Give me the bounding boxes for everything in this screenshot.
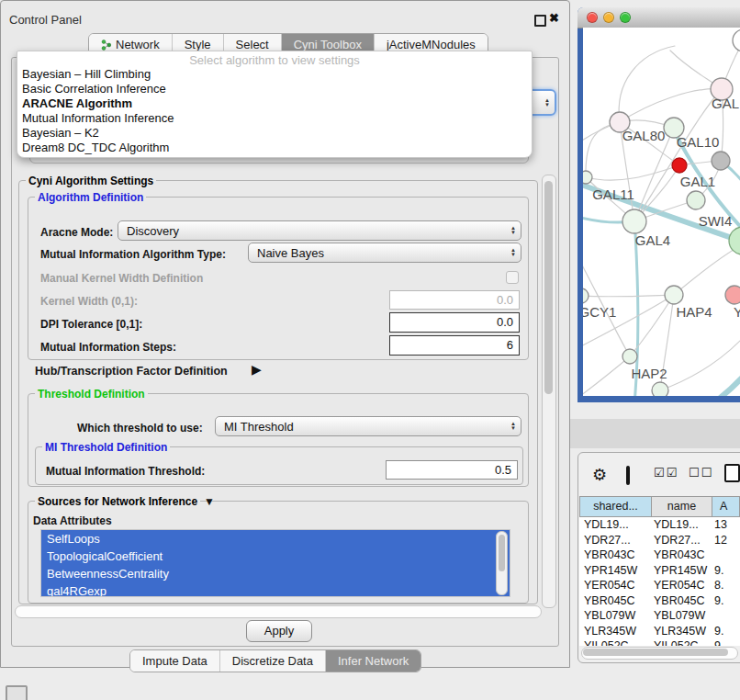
bottom-tab-infer-network[interactable]: Infer Network	[325, 650, 420, 672]
table-hscrollbar-thumb[interactable]	[583, 649, 728, 656]
gear-icon[interactable]: ⚙	[592, 465, 607, 485]
table-cell: YDR27...	[579, 533, 652, 548]
hub-expand-arrow-icon[interactable]: ▶	[252, 362, 262, 377]
table-row[interactable]: YLR345WYLR345W9.	[579, 624, 740, 639]
settings-scrollbar[interactable]	[542, 175, 556, 608]
table-row[interactable]: YPR145WYPR145W9.	[579, 563, 740, 579]
network-node[interactable]	[622, 349, 637, 364]
apply-button[interactable]: Apply	[246, 620, 312, 642]
network-node[interactable]	[725, 286, 740, 304]
deselect-all-checkboxes-icon[interactable]: ☐☐	[689, 466, 713, 480]
aracne-mode-value: Discovery	[127, 224, 179, 238]
algorithm-option[interactable]: ARACNE Algorithm	[17, 96, 532, 111]
data-attribute-item[interactable]: BetweennessCentrality	[41, 565, 510, 582]
table-cell: YBL079W	[652, 608, 712, 624]
node-label: HAP2	[631, 366, 667, 381]
algorithm-option[interactable]: Basic Correlation Inference	[17, 82, 532, 96]
table-row[interactable]: YDL19...YDL19...13	[579, 517, 740, 533]
settings-hscrollbar[interactable]	[15, 605, 542, 618]
table-row[interactable]: YER054CYER054C8.	[579, 578, 740, 593]
tab-label: Impute Data	[142, 650, 207, 672]
attributes-scrollbar[interactable]	[496, 531, 508, 595]
mi-threshold-field[interactable]: 0.5	[386, 460, 518, 480]
network-edge[interactable]	[583, 295, 674, 349]
table-row[interactable]: YDR27...YDR27...12	[579, 533, 740, 548]
zoom-traffic-light-icon[interactable]	[620, 12, 631, 23]
table-cell: YBR043C	[579, 548, 652, 563]
kernel-width-field[interactable]: 0.0	[389, 290, 520, 310]
algorithm-option[interactable]: Dream8 DC_TDC Algorithm	[17, 141, 532, 155]
network-edge[interactable]	[619, 46, 675, 122]
network-node[interactable]	[687, 191, 705, 209]
column-header[interactable]: A	[712, 496, 740, 517]
network-node[interactable]	[712, 152, 730, 170]
network-node[interactable]	[729, 227, 740, 254]
hub-definition-label: Hub/Transcription Factor Definition	[35, 365, 228, 378]
table-row[interactable]: YIL052CYIL052C9	[579, 638, 740, 646]
column-header[interactable]: name	[652, 496, 712, 517]
minimize-traffic-light-icon[interactable]	[603, 12, 614, 23]
network-edge[interactable]	[660, 340, 740, 390]
network-view-canvas[interactable]: GALGAL80GAL10GAL1GAL11SWI4GAL4GCY1HAP4YH…	[583, 28, 740, 396]
network-node[interactable]	[583, 171, 592, 184]
data-attribute-item[interactable]: TopologicalCoefficient	[41, 548, 510, 565]
which-threshold-select[interactable]: MI Threshold ▲▼	[215, 416, 521, 436]
network-graph: GALGAL80GAL10GAL1GAL11SWI4GAL4GCY1HAP4YH…	[583, 28, 740, 396]
node-label: SWI4	[699, 213, 733, 229]
network-edge[interactable]	[712, 354, 740, 396]
table-cell: YDR27...	[652, 533, 712, 548]
settings-scrollbar-thumb[interactable]	[544, 181, 553, 394]
network-icon	[101, 40, 112, 51]
table-cell: 13	[712, 517, 740, 533]
table-panel-header	[570, 419, 740, 448]
network-node[interactable]	[665, 286, 683, 304]
node-label: GAL80	[622, 128, 666, 143]
table-row[interactable]: YBL079WYBL079W	[579, 608, 740, 624]
network-edge[interactable]	[620, 89, 722, 122]
network-node[interactable]	[733, 29, 740, 51]
close-traffic-light-icon[interactable]	[587, 12, 598, 23]
combo-arrows-icon: ▲▼	[510, 422, 516, 431]
algorithm-option[interactable]: Mutual Information Inference	[17, 111, 532, 126]
network-node[interactable]	[583, 288, 589, 303]
manual-kernel-checkbox[interactable]	[506, 271, 519, 284]
sources-collapse-arrow-icon[interactable]: ▼	[204, 495, 215, 508]
table-cell: 9.	[712, 624, 740, 639]
table-cell: YLR345W	[579, 624, 652, 639]
network-node[interactable]	[672, 158, 687, 173]
algorithm-definition-title: Algorithm Definition	[35, 191, 146, 204]
aracne-mode-select[interactable]: Discovery ▲▼	[118, 220, 521, 241]
grid-corner-icon[interactable]	[6, 685, 28, 700]
table-row[interactable]: YBR043CYBR043C	[579, 548, 740, 563]
tab-label: Infer Network	[338, 650, 409, 672]
data-attribute-item[interactable]: SelfLoops	[41, 530, 510, 548]
algorithm-option[interactable]: Bayesian – K2	[17, 126, 532, 141]
mi-steps-field[interactable]: 6	[389, 335, 520, 356]
table-row[interactable]: YBR045CYBR045C9.	[579, 593, 740, 609]
dpi-tolerance-field[interactable]: 0.0	[389, 312, 520, 333]
network-node[interactable]	[622, 209, 646, 233]
bottom-tab-discretize-data[interactable]: Discretize Data	[219, 650, 325, 672]
network-node[interactable]	[652, 382, 668, 396]
float-window-icon[interactable]	[534, 15, 546, 27]
mi-threshold-label: Mutual Information Threshold:	[46, 465, 205, 478]
manual-kernel-label: Manual Kernel Width Definition	[40, 272, 203, 285]
network-window-titlebar[interactable]	[577, 7, 740, 28]
table-cell: 12	[712, 533, 740, 548]
new-table-icon[interactable]	[724, 464, 740, 482]
panel-title: Control Panel	[9, 13, 82, 27]
attributes-scrollbar-thumb[interactable]	[499, 535, 505, 571]
select-all-checkboxes-icon[interactable]: ☑☑	[654, 466, 678, 480]
mi-algorithm-type-select[interactable]: Naive Bayes ▲▼	[248, 243, 521, 263]
network-edge[interactable]	[583, 356, 630, 396]
split-columns-icon[interactable]	[626, 466, 630, 485]
close-panel-icon[interactable]: ✖	[549, 11, 559, 25]
bottom-tab-bar: Impute DataDiscretize DataInfer Network	[129, 649, 421, 672]
algorithm-option[interactable]: Bayesian – Hill Climbing	[17, 67, 532, 82]
column-header[interactable]: shared...	[579, 496, 652, 517]
which-threshold-value: MI Threshold	[224, 420, 294, 434]
network-edge[interactable]	[634, 89, 722, 221]
bottom-tab-impute-data[interactable]: Impute Data	[130, 650, 219, 672]
data-attribute-item[interactable]: gal4RGexp	[41, 582, 510, 597]
network-edge[interactable]	[583, 295, 674, 297]
